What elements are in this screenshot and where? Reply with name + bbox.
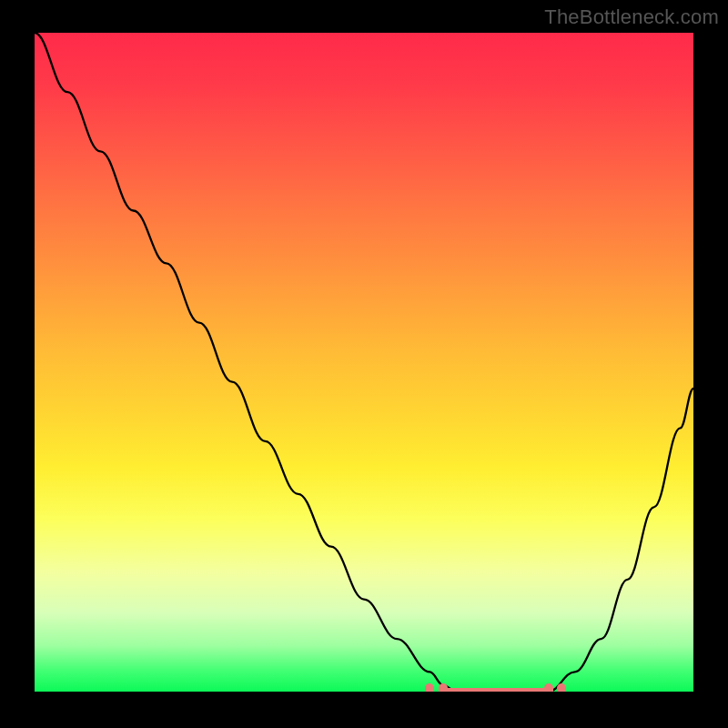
valley-flat-segment — [443, 688, 549, 692]
valley-marker — [544, 683, 553, 692]
chart-frame: TheBottleneck.com — [0, 0, 728, 728]
valley-marker — [439, 683, 448, 692]
watermark-label: TheBottleneck.com — [544, 5, 719, 29]
valley-marker — [557, 683, 566, 692]
bottleneck-curve — [35, 33, 693, 692]
plot-area — [35, 33, 693, 692]
valley-marker — [425, 683, 434, 692]
